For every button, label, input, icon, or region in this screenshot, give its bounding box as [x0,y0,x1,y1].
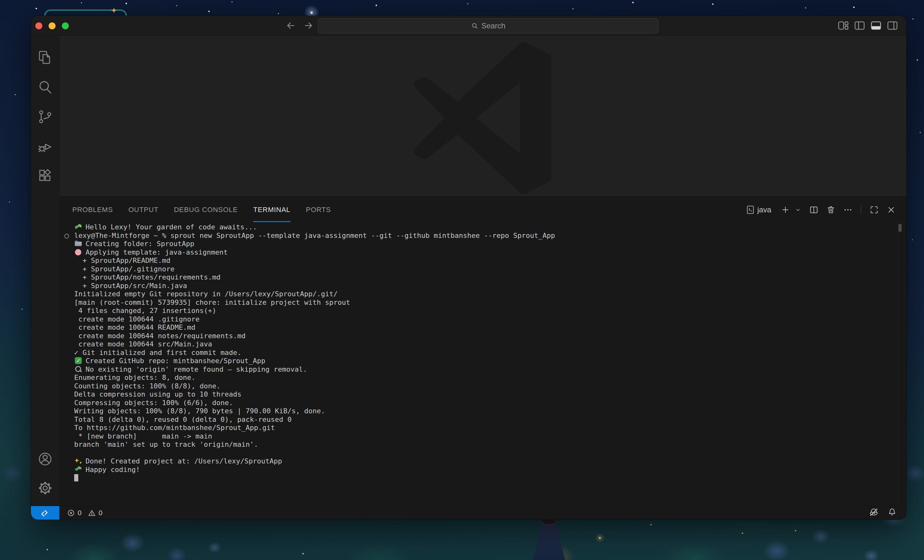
titlebar: Search [31,16,906,36]
accounts-button[interactable] [31,445,59,473]
panel-tab-label: PORTS [306,206,331,214]
terminal-line-icon [74,249,83,256]
terminal-line-icon [74,240,83,247]
terminal-line [74,449,906,457]
search-placeholder: Search [482,21,506,30]
activity-bar [31,36,59,506]
terminal-line: Initialized empty Git repository in /Use… [74,290,906,298]
split-terminal-button[interactable] [809,205,819,214]
terminal-line: Counting objects: 100% (8/8), done. [74,382,906,391]
toggle-panel-icon[interactable] [870,20,882,32]
customize-layout-icon[interactable] [837,20,849,32]
terminal-line: Created GitHub repo: mintbanshee/Sprout_… [74,357,906,365]
settings-button[interactable] [31,473,59,503]
accounts-icon [38,451,53,467]
remote-indicator-button[interactable] [31,506,59,520]
close-panel-button[interactable] [886,205,896,214]
terminal-line [74,474,906,482]
terminal-scrollbar-thumb[interactable] [898,224,902,232]
terminal-line-icon [74,366,83,373]
extensions-icon [38,168,53,184]
terminal-line: create mode 100644 notes/requirements.md [74,332,906,340]
terminal-line: To https://github.com/mintbanshee/Sprout… [74,424,906,432]
source-control-icon [38,109,53,124]
minimize-window-button[interactable] [49,22,56,29]
panel-tab[interactable]: OUTPUT [129,196,159,223]
panel-tab[interactable]: DEBUG CONSOLE [174,196,238,223]
editor-area [59,36,906,196]
close-window-button[interactable] [35,22,42,29]
terminal-line: ✓ Git initialized and first commit made. [74,349,906,357]
terminal-line-icon [74,223,83,230]
warning-count: 0 [99,509,102,517]
zoom-window-button[interactable] [62,22,69,29]
terminal-line: Delta compression using up to 10 threads [74,390,906,399]
new-terminal-button[interactable] [781,205,790,214]
terminal-shell-label: java [758,205,771,214]
terminal-line: + SproutApp/notes/requirements.md [74,273,906,282]
more-actions-button[interactable] [843,205,853,214]
terminal-line: + SproutApp/src/Main.java [74,282,906,290]
error-count: 0 [78,509,81,517]
problems-status[interactable]: 0 0 [67,509,106,517]
terminal-line: create mode 100644 README.md [74,323,906,332]
terminal-line-icon [74,466,83,473]
sidebar-item-extensions[interactable] [31,161,59,191]
window-controls [35,22,69,29]
search-icon [471,22,478,30]
terminal-line: Creating folder: SproutApp [74,240,906,248]
terminal-line: 4 files changed, 27 insertions(+) [74,307,906,315]
terminal-scrollbar-track [898,219,898,506]
search-sidebar-icon [38,79,53,95]
panel-tab-label: PROBLEMS [72,206,113,214]
terminal-line: create mode 100644 src/Main.java [74,340,906,349]
sidebar-item-source-control[interactable] [31,102,59,132]
terminal-shell-tab[interactable]: java [746,205,771,215]
toggle-secondary-sidebar-icon[interactable] [887,20,898,32]
terminal-line: Compressing objects: 100% (6/6), done. [74,399,906,407]
status-bar: 0 0 [31,506,906,520]
sidebar-item-search[interactable] [31,72,59,102]
copilot-disabled-icon [869,507,879,517]
sidebar-item-explorer[interactable] [31,43,59,72]
copilot-disabled-button[interactable] [869,507,879,519]
notifications-bell-icon [887,507,897,517]
notifications-bell-button[interactable] [887,507,897,519]
wallpaper-figure [524,517,574,560]
warnings-icon [88,509,96,517]
terminal-line: * [new branch] main -> main [74,432,906,441]
terminal-line: Hello Lexy! Your garden of code awaits..… [74,223,906,232]
errors-icon [67,509,75,517]
panel-tabs: PROBLEMS OUTPUT DEBUG CONSOLE TERMINAL P… [59,196,331,223]
explorer-icon [38,50,53,65]
remote-icon [40,508,50,518]
toggle-primary-sidebar-icon[interactable] [854,20,865,32]
terminal-shell-icon [746,205,754,215]
kill-terminal-button[interactable] [826,205,836,214]
terminal-line: Applying template: java-assignment [74,248,906,257]
panel-tab[interactable]: PORTS [306,196,331,223]
maximize-panel-button[interactable] [869,205,879,214]
panel-tabs-row: PROBLEMS OUTPUT DEBUG CONSOLE TERMINAL P… [59,196,906,223]
terminal-line: + SproutApp/.gitignore [74,265,906,274]
panel-tab-label: OUTPUT [129,206,159,214]
panel-tab[interactable]: TERMINAL [253,196,290,223]
launch-profile-chevron-icon[interactable] [795,206,801,213]
terminal-output[interactable]: Hello Lexy! Your garden of code awaits..… [59,223,906,506]
terminal-line: Writing objects: 100% (8/8), 790 bytes |… [74,407,906,416]
panel-tab[interactable]: PROBLEMS [72,196,113,223]
terminal-line-icon [74,457,83,464]
command-center-search[interactable]: Search [318,18,658,33]
settings-gear-icon [38,481,53,496]
terminal-line: lexy@The-Mintforge ~ % sprout new Sprout… [74,232,906,240]
terminal-line: branch 'main' set up to track 'origin/ma… [74,440,906,449]
navigate-forward-button[interactable] [303,20,314,32]
panel-tab-label: TERMINAL [253,206,290,214]
navigate-back-button[interactable] [285,20,296,32]
terminal-line: Total 8 (delta 0), reused 0 (delta 0), p… [74,416,906,424]
terminal-line: create mode 100644 .gitignore [74,315,906,324]
terminal-line: + SproutApp/README.md [74,256,906,265]
sidebar-item-run-debug[interactable] [31,132,59,161]
terminal-line: No existing 'origin' remote found — skip… [74,365,906,374]
panel: PROBLEMS OUTPUT DEBUG CONSOLE TERMINAL P… [59,196,906,506]
